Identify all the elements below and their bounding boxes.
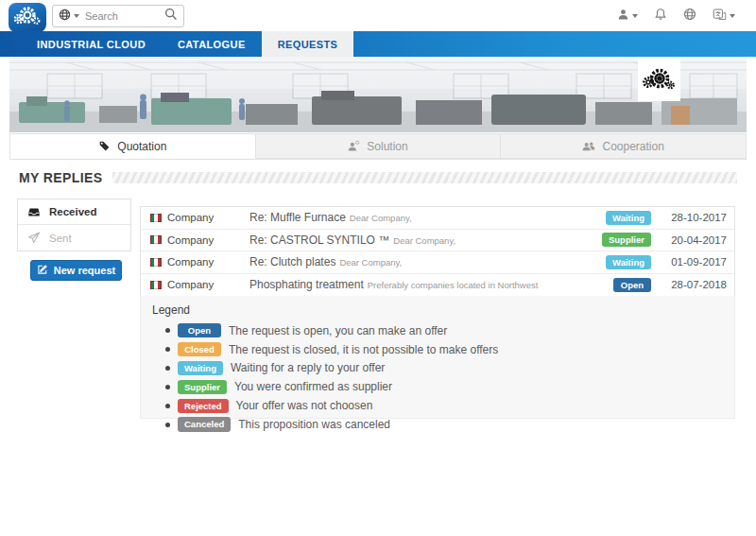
chevron-down-icon <box>74 14 79 18</box>
status-badge: Supplier <box>178 380 227 394</box>
message-preview: Dear Company, <box>350 213 412 223</box>
subject: Re: Clutch plates <box>249 255 335 268</box>
company-banner: INDUSTRIAL CLOUD S.R.L. <box>9 57 747 132</box>
user-menu[interactable] <box>617 8 638 25</box>
message-preview: Dear Company, <box>393 235 455 246</box>
status-badge: Supplier <box>602 233 651 247</box>
company-logo <box>638 59 680 101</box>
nav-item-catalogue[interactable]: CATALOGUE <box>162 31 262 57</box>
inbox-icon <box>27 206 41 218</box>
status-badge: Open <box>613 278 651 292</box>
reply-row[interactable]: Company Re: Clutch platesDear Company, W… <box>141 251 734 274</box>
italy-flag-icon <box>150 281 162 289</box>
tab-label: Solution <box>367 140 407 153</box>
legend-text: You were confirmed as supplier <box>234 380 392 393</box>
people-group-icon <box>582 140 595 152</box>
search-input[interactable] <box>85 10 164 22</box>
legend-item-supplier: Supplier You were confirmed as supplier <box>165 380 723 394</box>
status-badge: Waiting <box>178 361 223 375</box>
bullet-icon <box>165 366 170 371</box>
sidebar-item-label: Sent <box>49 233 72 244</box>
bullet-icon <box>165 385 170 389</box>
request-type-tabs: Quotation Solution Cooperation <box>9 133 747 160</box>
search-icon[interactable] <box>164 8 178 25</box>
tab-quotation[interactable]: Quotation <box>9 133 256 159</box>
reply-row[interactable]: Company Re: CASTROL SYNTILO ™Dear Compan… <box>141 230 734 252</box>
status-badge: Canceled <box>178 417 231 431</box>
legend-panel: Legend Open The request is open, you can… <box>140 296 735 419</box>
globe-icon <box>683 8 696 25</box>
legend-text: Your offer was not choosen <box>236 399 373 412</box>
subject: Re: Muffle Furnace <box>249 211 346 224</box>
legend-text: The request is closed, it is not possibl… <box>229 343 498 356</box>
notifications-button[interactable] <box>654 8 667 25</box>
gears-logo-icon <box>13 5 42 31</box>
chevron-down-icon <box>632 14 638 18</box>
app-window: INDUSTRIAL CLOUD CATALOGUE REQUESTS <box>0 0 756 536</box>
translate-icon <box>713 8 727 25</box>
legend-item-open: Open The request is open, you can make a… <box>165 323 723 337</box>
italy-flag-icon <box>150 258 162 267</box>
status-badge: Closed <box>178 342 221 356</box>
subject-cell: Phosphating treatmentPreferably companie… <box>249 278 613 291</box>
reply-row[interactable]: Company Phosphating treatmentPreferably … <box>141 274 734 297</box>
message-preview: Dear Company, <box>339 257 402 268</box>
company-cell: Company <box>150 279 249 290</box>
subject-cell: Re: Muffle FurnaceDear Company, <box>249 211 606 224</box>
company-name: Company <box>167 234 214 246</box>
person-gear-icon <box>348 140 360 152</box>
network-button[interactable] <box>683 8 696 25</box>
user-icon <box>617 8 629 25</box>
reply-row[interactable]: Company Re: Muffle FurnaceDear Company, … <box>141 207 734 230</box>
topbar-actions <box>617 8 735 25</box>
company-cell: Company <box>150 256 249 268</box>
status-badge: Rejected <box>178 399 229 413</box>
main-nav: INDUSTRIAL CLOUD CATALOGUE REQUESTS <box>0 31 756 57</box>
tab-solution[interactable]: Solution <box>256 133 502 159</box>
status-badge: Waiting <box>606 255 651 269</box>
legend-item-waiting: Waiting Waiting for a reply to your offe… <box>165 361 723 375</box>
app-logo[interactable] <box>9 3 46 32</box>
legend-text: Waiting for a reply to your offer <box>231 361 385 374</box>
message-preview: Preferably companies located in Northwes… <box>368 280 539 290</box>
topbar <box>0 0 756 31</box>
status-badge: Open <box>178 323 221 337</box>
search-scope-dropdown[interactable] <box>59 8 79 25</box>
bell-icon <box>654 8 667 25</box>
subject-cell: Re: Clutch platesDear Company, <box>249 255 606 268</box>
bullet-icon <box>165 347 170 352</box>
new-request-label: New request <box>54 265 115 276</box>
sidebar-item-sent[interactable]: Sent <box>18 225 130 251</box>
tab-label: Quotation <box>117 140 166 153</box>
paper-plane-icon <box>27 232 41 244</box>
legend-item-rejected: Rejected Your offer was not choosen <box>165 399 723 413</box>
legend-text: This proposition was canceled <box>238 418 390 431</box>
page-header: MY REPLIES <box>19 170 737 185</box>
reply-date: 01-09-2017 <box>661 256 727 268</box>
language-menu[interactable] <box>713 8 735 25</box>
new-request-button[interactable]: New request <box>30 260 122 281</box>
sidebar-item-label: Received <box>49 206 97 217</box>
legend-item-canceled: Canceled This proposition was canceled <box>165 417 723 431</box>
decorative-stripes <box>112 172 737 183</box>
nav-item-requests[interactable]: REQUESTS <box>262 31 354 57</box>
bullet-icon <box>165 404 170 408</box>
tab-label: Cooperation <box>602 140 663 153</box>
chevron-down-icon <box>730 14 735 18</box>
gears-logo-icon <box>642 66 678 95</box>
page-title: MY REPLIES <box>19 170 103 185</box>
search-box <box>52 5 184 27</box>
bullet-icon <box>165 423 170 427</box>
bullet-icon <box>165 328 170 333</box>
legend-text: The request is open, you can make an off… <box>229 324 447 337</box>
subject: Phosphating treatment <box>249 278 364 291</box>
nav-spacer <box>0 31 21 57</box>
tab-cooperation[interactable]: Cooperation <box>501 133 747 159</box>
nav-item-industrial-cloud[interactable]: INDUSTRIAL CLOUD <box>21 31 162 57</box>
company-name: Company <box>167 256 214 268</box>
folder-list: Received Sent <box>17 199 131 251</box>
reply-date: 28-10-2017 <box>661 212 727 223</box>
company-name: Company <box>167 212 214 223</box>
sidebar-item-received[interactable]: Received <box>18 199 130 225</box>
company-cell: Company <box>150 234 249 246</box>
